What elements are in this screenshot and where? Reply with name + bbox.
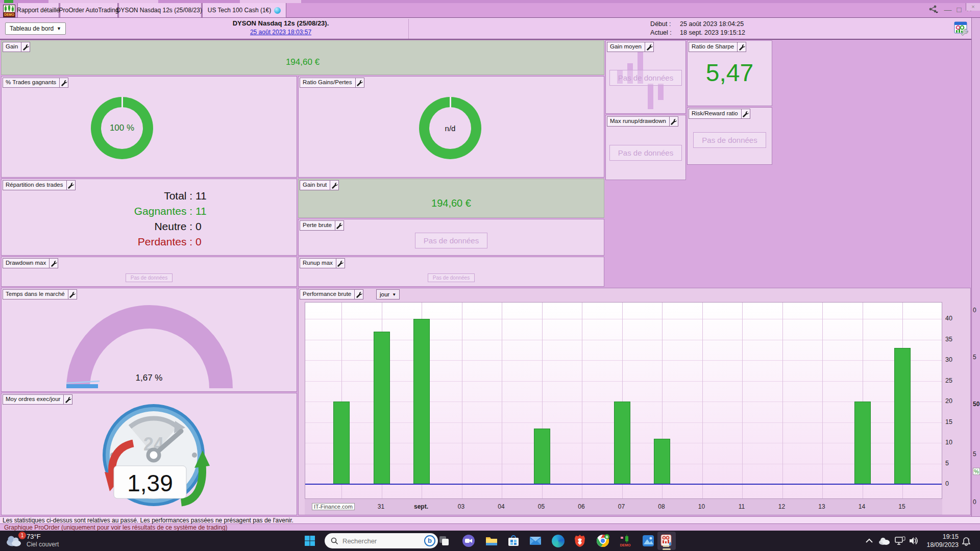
wrench-settings-icon[interactable] bbox=[68, 290, 77, 299]
decorative-bar bbox=[648, 84, 653, 109]
minimize-button[interactable]: — bbox=[944, 6, 951, 13]
wrench-settings-icon[interactable] bbox=[21, 42, 30, 52]
edge-tick-fragment: 5 bbox=[973, 354, 976, 361]
windows-start-button[interactable] bbox=[303, 534, 317, 548]
report-title-block: DYSON Nasdaq 12s (25/08/23). 25 août 202… bbox=[153, 19, 408, 36]
wrench-settings-icon[interactable] bbox=[66, 181, 75, 190]
windows-taskbar: 1 73°F Ciel couvert b bbox=[0, 531, 980, 551]
h-gridline bbox=[305, 319, 942, 319]
panel-repartition-trades: Répartition des trades Total : 11Gagnant… bbox=[1, 179, 297, 256]
panel-label: Perte brute bbox=[300, 221, 335, 230]
share-windows-icon[interactable] bbox=[928, 5, 939, 13]
start-label: Début : bbox=[650, 20, 680, 29]
weather-widget[interactable]: 1 73°F Ciel couvert bbox=[5, 532, 59, 548]
wrench-settings-icon[interactable] bbox=[355, 78, 364, 87]
wrench-settings-icon[interactable] bbox=[59, 78, 68, 87]
microsoft-store-button[interactable] bbox=[506, 534, 521, 548]
wrench-settings-icon[interactable] bbox=[737, 42, 746, 52]
y-tick-label: 10 bbox=[945, 439, 952, 446]
wrench-settings-icon[interactable] bbox=[741, 109, 750, 118]
report-timestamp-link[interactable]: 25 août 2023 18:03:57 bbox=[250, 29, 311, 36]
panel-label: Max runup/drawdown bbox=[607, 117, 669, 126]
task-view-button[interactable] bbox=[437, 534, 451, 548]
period-dropdown[interactable]: jour▼ bbox=[376, 289, 400, 299]
edge-browser-button[interactable] bbox=[551, 534, 565, 548]
tab-proorder-autotrading[interactable]: ProOrder AutoTrading bbox=[60, 3, 118, 18]
x-tick-label: 10 bbox=[687, 503, 717, 510]
maximize-button[interactable]: □ bbox=[957, 6, 961, 13]
search-icon bbox=[331, 537, 338, 545]
percent-axis-badge[interactable]: % bbox=[973, 468, 980, 475]
start-value: 25 août 2023 18:04:25 bbox=[680, 20, 744, 29]
chevron-down-icon: ▼ bbox=[392, 292, 396, 297]
weather-temp: 73°F bbox=[27, 532, 59, 541]
wrench-settings-icon[interactable] bbox=[336, 259, 345, 268]
panel-max-runup-drawdown: Max runup/drawdown Pas de données bbox=[605, 115, 686, 180]
chat-app-button[interactable] bbox=[461, 534, 476, 548]
tab-us-tech-100[interactable]: US Tech 100 Cash (1€) bbox=[202, 3, 286, 18]
y-tick-label: 0 bbox=[945, 480, 949, 487]
panel-label: Performance brute bbox=[300, 290, 354, 299]
onedrive-cloud-icon[interactable] bbox=[878, 536, 890, 545]
h-gridline bbox=[305, 360, 942, 361]
report-settings-icon[interactable] bbox=[953, 21, 969, 36]
v-gridline bbox=[502, 303, 502, 498]
view-selector-dropdown[interactable]: Tableau de bord▼ bbox=[5, 22, 66, 35]
performance-bar bbox=[894, 348, 911, 484]
page-title: DYSON Nasdaq 12s (25/08/23). bbox=[153, 19, 408, 27]
search-input[interactable] bbox=[342, 537, 420, 545]
time: 19:15 bbox=[926, 533, 959, 541]
wrench-settings-icon[interactable] bbox=[49, 259, 58, 268]
y-tick-label: 20 bbox=[945, 397, 952, 405]
panel-ratio-gains-pertes: Ratio Gains/Pertes n/d bbox=[298, 76, 604, 178]
x-tick-label: sept. bbox=[406, 503, 436, 510]
svg-text:DEMO: DEMO bbox=[4, 13, 14, 16]
active-app-tile[interactable] bbox=[657, 532, 676, 550]
tab-rapport-detaille[interactable]: Rapport détaillé bbox=[17, 3, 59, 18]
clipped-caption-bar: Graphique ProOrder (uniquement pour voir… bbox=[0, 524, 980, 531]
chat-bubble-icon[interactable] bbox=[274, 7, 281, 14]
no-data-box: Pas de données bbox=[609, 70, 682, 86]
tray-chevron-up-icon[interactable] bbox=[865, 538, 873, 543]
wrench-settings-icon[interactable] bbox=[645, 42, 653, 52]
wrench-settings-icon[interactable] bbox=[335, 221, 344, 230]
panel-label: Moy ordres exec/jour bbox=[3, 395, 63, 404]
edge-tick-fragment: 5 bbox=[973, 450, 976, 458]
orders-per-day-value: 1,39 bbox=[127, 470, 173, 496]
donut-value: n/d bbox=[419, 97, 481, 159]
wrench-settings-icon[interactable] bbox=[63, 395, 72, 404]
svg-text:B: B bbox=[605, 535, 608, 539]
window-tab-bar: DEMO Rapport détaillé ProOrder AutoTradi… bbox=[0, 3, 980, 18]
demo-label: DEMO bbox=[620, 543, 631, 547]
y-tick-label: 35 bbox=[945, 336, 952, 343]
taskbar-search[interactable]: b bbox=[325, 533, 438, 548]
network-icon[interactable] bbox=[894, 536, 905, 545]
photos-app-button[interactable] bbox=[641, 534, 655, 548]
panel-temps-marche: Temps dans le marché 1,67 % bbox=[1, 288, 297, 392]
chrome-icon: B bbox=[596, 534, 609, 547]
panel-label: Gain moyen bbox=[607, 42, 645, 52]
trade-breakdown-list: Total : 11Gagnantes : 11Neutre : 0Perdan… bbox=[58, 188, 231, 249]
background-window-close[interactable]: × bbox=[966, 3, 980, 11]
notification-bell-icon[interactable]: z bbox=[962, 537, 971, 546]
brave-browser-button[interactable] bbox=[573, 534, 587, 548]
tab-dyson-nasdaq[interactable]: DYSON Nasdaq 12s (25/08/23). bbox=[118, 3, 202, 18]
gross-gain-value: 194,60 € bbox=[431, 197, 471, 209]
wrench-settings-icon[interactable] bbox=[354, 290, 363, 299]
disclaimer-bar: Les statistiques ci-dessus sont relative… bbox=[0, 516, 980, 524]
mail-app-button[interactable] bbox=[528, 534, 543, 548]
x-tick-label: 14 bbox=[847, 503, 877, 510]
performance-bar bbox=[333, 402, 350, 484]
chrome-browser-button[interactable]: B bbox=[596, 534, 610, 548]
panel-label: Ratio Gains/Pertes bbox=[300, 78, 355, 87]
edge-tick-fragment: 0 bbox=[973, 307, 976, 314]
wrench-settings-icon[interactable] bbox=[330, 181, 338, 190]
file-explorer-button[interactable] bbox=[484, 534, 499, 548]
wrench-settings-icon[interactable] bbox=[669, 117, 678, 126]
prorealtime-demo-button[interactable]: DEMO bbox=[618, 534, 632, 548]
speaker-icon[interactable] bbox=[909, 536, 919, 545]
demo-candlestick-icon: DEMO bbox=[619, 534, 632, 547]
x-tick-label: 03 bbox=[446, 503, 477, 510]
taskbar-clock[interactable]: 19:15 18/09/2023 bbox=[926, 533, 959, 549]
no-data-box: Pas de données bbox=[693, 132, 766, 148]
